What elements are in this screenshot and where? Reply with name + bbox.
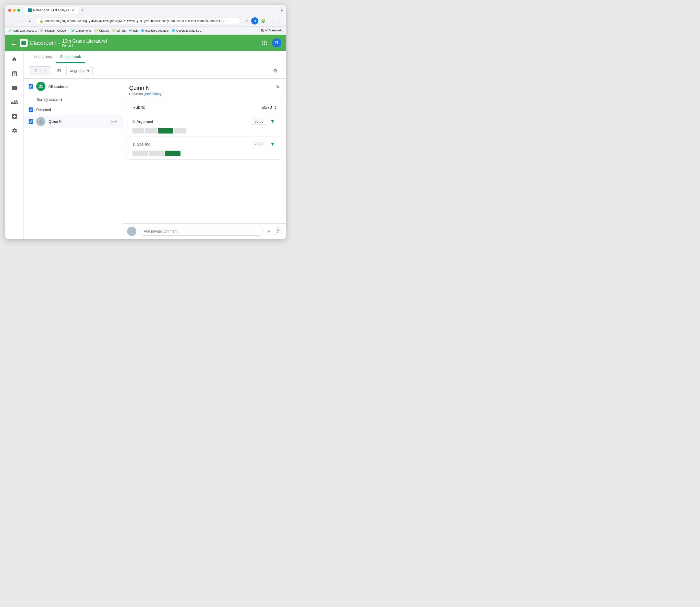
bookmark-settings-icon: ⚙ <box>40 29 43 33</box>
sidebar-button[interactable]: ⊡ <box>268 17 275 24</box>
calendar-icon <box>12 70 17 78</box>
bookmark-settings[interactable]: ⚙ Settings - Cookie... <box>40 29 68 33</box>
close-traffic-light[interactable] <box>8 9 11 12</box>
header-right: D <box>260 38 282 48</box>
back-button[interactable]: ← <box>8 17 15 24</box>
breadcrumb-separator: › <box>59 40 60 46</box>
all-students-checkbox[interactable] <box>28 84 33 88</box>
send-comment-button[interactable]: ➤ <box>267 228 271 234</box>
sidebar-item-settings[interactable] <box>8 125 21 138</box>
spelling-bar-2[interactable] <box>149 151 164 156</box>
rubric-title: Rubric <box>132 105 145 110</box>
nav-icons: ☆ D 🧩 ⊡ ⋮ <box>243 17 283 24</box>
argument-bar-3[interactable] <box>158 128 173 133</box>
browser-window: Romeo and Juliet analysis. ✕ + ▾ ← → ↻ 🔒… <box>5 5 286 239</box>
comment-input-wrapper[interactable] <box>139 227 264 236</box>
lock-icon: 🔒 <box>40 19 43 23</box>
detail-close-button[interactable]: ✕ <box>274 83 282 91</box>
see-history-link[interactable]: See history <box>145 92 161 96</box>
minimize-traffic-light[interactable] <box>13 9 16 12</box>
criteria-spelling-name: 1: Spelling <box>132 142 150 146</box>
sidebar-item-add[interactable] <box>8 110 21 124</box>
svg-point-12 <box>264 44 265 45</box>
sidebar-item-calendar[interactable] <box>8 67 21 81</box>
bookmark-discovery[interactable]: 🌐 discovery example <box>141 29 168 33</box>
content-area: Instructions Student work Return ✉ Ungra… <box>23 51 286 239</box>
expand-spelling-button[interactable]: ▾ <box>268 140 276 148</box>
tabs-bar: Instructions Student work <box>23 51 286 63</box>
browser-menu-button[interactable]: ▾ <box>281 8 283 13</box>
classroom-logo: Classroom <box>20 39 57 47</box>
criteria-spelling-score-area: 20/20 ▾ <box>252 140 276 148</box>
help-button[interactable]: ? <box>274 227 282 235</box>
detail-spacer <box>123 162 286 223</box>
bookmark-experiments-label: Experiments <box>76 29 91 32</box>
browser-navbar: ← → ↻ 🔒 classroom.google.com/u/0/c/NjEyM… <box>5 15 286 26</box>
refresh-button[interactable]: ↻ <box>26 17 34 24</box>
student-checkbox[interactable] <box>28 119 33 124</box>
settings-button[interactable]: ⚙ <box>271 66 280 75</box>
student-detail-name: Quinn N <box>129 85 280 91</box>
bookmark-google-identity-label: Google Identity Se... <box>176 29 202 32</box>
course-title: 10th Grade Literature! <box>62 39 107 44</box>
home-icon <box>12 56 17 63</box>
bookmark-classes[interactable]: 📁 Classes <box>95 29 109 33</box>
student-row[interactable]: Quinn N Draft <box>23 114 123 128</box>
more-button[interactable]: ⋮ <box>276 17 283 24</box>
user-avatar-button[interactable]: D <box>272 38 282 48</box>
hamburger-menu-button[interactable]: ☰ <box>9 38 18 48</box>
bookmark-experiments[interactable]: 🧪 Experiments <box>71 29 91 33</box>
rubric-header: Rubric 50/70 ▲ ▼ <box>127 101 282 114</box>
argument-bar-2[interactable] <box>145 128 157 133</box>
score-stepper[interactable]: ▲ ▼ <box>274 105 276 110</box>
avatar-letter: D <box>275 41 278 45</box>
student-avatar <box>36 117 45 126</box>
bookmark-google-identity-icon: 🌐 <box>171 29 175 33</box>
bookmark-google-identity[interactable]: 🌐 Google Identity Se... <box>171 29 202 33</box>
tab-close-button[interactable]: ✕ <box>71 8 74 12</box>
tab-instructions[interactable]: Instructions <box>29 51 56 63</box>
send-icon: ➤ <box>267 229 271 234</box>
sidebar-item-home[interactable] <box>8 53 21 66</box>
profile-button[interactable]: D <box>251 17 259 24</box>
tab-student-work[interactable]: Student work <box>56 51 85 63</box>
email-button[interactable]: ✉ <box>54 66 63 75</box>
criteria-argument-header: 0: Argument 30/50 ▾ <box>132 117 276 125</box>
app-name: Classroom <box>29 40 57 46</box>
bookmark-gcp[interactable]: API gcp <box>129 29 138 33</box>
argument-bar-4[interactable] <box>174 128 186 133</box>
sort-control[interactable]: Sort by status ▾ <box>23 94 123 105</box>
svg-rect-4 <box>22 44 24 44</box>
grid-menu-button[interactable] <box>260 38 270 48</box>
address-bar[interactable]: 🔒 classroom.google.com/u/0/c/NjEyMDI4ODI… <box>36 18 241 24</box>
forward-button[interactable]: → <box>17 17 24 24</box>
bookmark-apps[interactable]: G Apps with access... <box>8 29 37 33</box>
grade-dropdown[interactable]: Ungraded ▾ <box>66 66 93 75</box>
sidebar-item-folder[interactable] <box>8 82 21 95</box>
returned-section-checkbox[interactable] <box>28 107 33 112</box>
spelling-bar-3[interactable] <box>165 151 181 156</box>
expand-argument-button[interactable]: ▾ <box>268 117 276 125</box>
hamburger-icon: ☰ <box>11 40 16 46</box>
sidebar-item-expand[interactable]: ◀ <box>8 96 21 109</box>
extensions-button[interactable]: 🧩 <box>260 17 267 24</box>
student-detail-header: Quinn N Returned (See history) <box>123 79 286 99</box>
return-button[interactable]: Return <box>29 66 51 75</box>
argument-bar-1[interactable] <box>132 128 144 133</box>
comment-input[interactable] <box>144 229 260 233</box>
active-tab[interactable]: Romeo and Juliet analysis. ✕ <box>24 7 78 14</box>
new-tab-button[interactable]: + <box>79 7 86 14</box>
bookmark-current-label: current <box>117 29 125 32</box>
bookmark-classes-icon: 📁 <box>95 29 98 33</box>
maximize-traffic-light[interactable] <box>17 9 20 12</box>
app-container: ☰ Classroom › 10th Grade Literature! Per… <box>5 35 286 239</box>
svg-point-9 <box>264 42 265 43</box>
tab-title: Romeo and Juliet analysis. <box>33 8 70 12</box>
traffic-lights <box>8 9 20 12</box>
bookmark-all[interactable]: 📚 All Bookmarks <box>261 29 283 32</box>
bookmark-button[interactable]: ☆ <box>243 17 250 24</box>
bookmark-current[interactable]: 📁 current <box>112 29 125 33</box>
spelling-rating-bars <box>132 151 276 156</box>
spelling-bar-1[interactable] <box>132 151 148 156</box>
browser-tabs: Romeo and Juliet analysis. ✕ + <box>24 7 86 14</box>
